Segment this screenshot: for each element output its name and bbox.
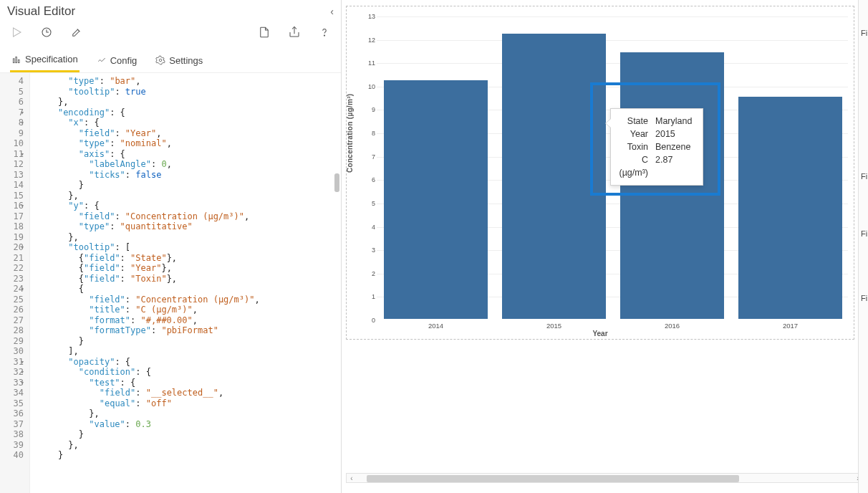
editor-pane: Visual Editor ‹ Specification Confi — [0, 0, 342, 493]
xtick-2016: 2016 — [665, 322, 680, 330]
refresh-icon[interactable] — [40, 26, 53, 41]
scroll-left-icon[interactable]: ‹ — [347, 474, 357, 482]
tooltip-label-3: C (µg/m³) — [618, 153, 648, 179]
svg-rect-6 — [18, 59, 19, 62]
tab-settings-label: Settings — [169, 55, 203, 66]
bar-2017[interactable] — [738, 97, 842, 319]
tooltip-label-2: Toxin — [618, 140, 648, 153]
tab-settings[interactable]: Settings — [154, 49, 204, 72]
editor-title: Visual Editor — [7, 4, 75, 19]
tooltip-value-3: 2.87 — [655, 153, 695, 179]
svg-rect-4 — [13, 58, 14, 62]
side-label-3: Fi — [861, 294, 867, 302]
editor-toolbar — [0, 20, 341, 47]
xtick-2015: 2015 — [546, 322, 561, 330]
editor-tabs: Specification Config Settings — [0, 47, 341, 73]
svg-point-7 — [160, 59, 163, 62]
run-icon[interactable] — [10, 26, 23, 41]
xtick-2017: 2017 — [783, 322, 798, 330]
side-label-2: Fi — [861, 229, 867, 238]
tooltip-value-1: 2015 — [655, 128, 695, 140]
export-icon[interactable] — [288, 26, 301, 41]
tooltip-label-1: Year — [618, 128, 648, 140]
horizontal-scrollbar[interactable]: ‹ › — [346, 473, 864, 483]
code-editor[interactable]: 4567▾8▾91011▾1213141516▾17181920▾2122232… — [0, 73, 341, 493]
bar-2014[interactable] — [384, 80, 488, 319]
bar-2016[interactable] — [620, 52, 724, 319]
bar-2015[interactable] — [502, 34, 606, 319]
scroll-thumb[interactable] — [367, 475, 739, 482]
collapse-pane-icon[interactable]: ‹ — [330, 6, 334, 17]
tooltip-label-0: State — [618, 115, 648, 128]
help-icon[interactable] — [318, 26, 331, 41]
svg-rect-5 — [16, 57, 17, 62]
editor-header: Visual Editor ‹ — [0, 0, 341, 20]
vertical-scrollbar-thumb[interactable] — [334, 173, 339, 192]
y-axis: 012345678910111213 — [364, 16, 377, 319]
side-label-0: Fi — [861, 29, 867, 37]
tab-config-label: Config — [110, 55, 138, 66]
xtick-2014: 2014 — [428, 322, 443, 330]
visual-pane: Concentration (µg/m³) Year 0123456789101… — [342, 0, 868, 493]
tab-specification-label: Specification — [25, 54, 78, 64]
x-axis-label: Year — [347, 330, 854, 338]
app-root: Visual Editor ‹ Specification Confi — [0, 0, 868, 493]
code-body[interactable]: "type": "bar", "tooltip": true }, "encod… — [30, 73, 341, 493]
svg-point-3 — [324, 35, 324, 36]
side-label-1: Fi — [861, 172, 867, 181]
tab-config[interactable]: Config — [95, 49, 139, 72]
chart-tooltip: StateMaryland Year2015 ToxinBenzene C (µ… — [610, 108, 703, 186]
scroll-track[interactable] — [357, 474, 853, 482]
code-gutter: 4567▾8▾91011▾1213141516▾17181920▾2122232… — [0, 73, 30, 493]
new-file-icon[interactable] — [258, 26, 271, 41]
tooltip-value-2: Benzene — [655, 140, 695, 153]
fix-icon[interactable] — [70, 26, 83, 41]
right-side-panel-collapsed[interactable]: Fi Fi Fi Fi — [858, 0, 868, 493]
svg-marker-0 — [14, 28, 21, 37]
x-axis: 2014201520162017 — [377, 322, 848, 330]
chart-area[interactable]: Concentration (µg/m³) Year 0123456789101… — [346, 6, 854, 340]
tab-specification[interactable]: Specification — [10, 49, 79, 72]
y-axis-label: Concentration (µg/m³) — [346, 94, 354, 173]
tooltip-value-0: Maryland — [655, 115, 695, 128]
